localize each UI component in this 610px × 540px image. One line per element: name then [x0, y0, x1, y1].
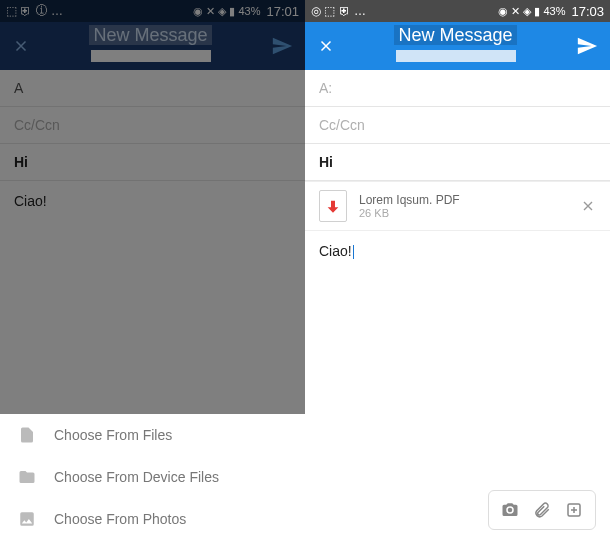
- sheet-label: Choose From Device Files: [54, 469, 219, 485]
- add-button[interactable]: [561, 497, 587, 523]
- app-title: New Message: [335, 25, 576, 67]
- attachment-sheet: Choose From Files Choose From Device Fil…: [0, 414, 305, 540]
- subject-field[interactable]: Hi: [305, 144, 610, 181]
- status-bar: ◎ ⬚ ⛨ … ◉ ✕ ◈ ▮ 43% 17:03: [305, 0, 610, 22]
- send-icon[interactable]: [576, 35, 598, 57]
- attachment-row: Lorem Iqsum. PDF 26 KB: [305, 181, 610, 231]
- screenshot-right: ◎ ⬚ ⛨ … ◉ ✕ ◈ ▮ 43% 17:03 New Message A:…: [305, 0, 610, 540]
- app-bar: New Message: [305, 22, 610, 70]
- pdf-icon: [319, 190, 347, 222]
- choose-from-photos[interactable]: Choose From Photos: [0, 498, 305, 540]
- folder-icon: [18, 468, 36, 486]
- close-icon[interactable]: [317, 37, 335, 55]
- status-time: 17:03: [571, 4, 604, 19]
- attachment-name: Lorem Iqsum. PDF: [359, 193, 568, 207]
- file-icon: [18, 426, 36, 444]
- sheet-label: Choose From Photos: [54, 511, 186, 527]
- title-redaction: [396, 50, 516, 62]
- body-field[interactable]: Ciao!: [305, 231, 610, 271]
- attachment-info[interactable]: Lorem Iqsum. PDF 26 KB: [359, 193, 568, 219]
- cc-field[interactable]: Cc/Ccn: [305, 107, 610, 144]
- attachment-size: 26 KB: [359, 207, 568, 219]
- image-icon: [18, 510, 36, 528]
- remove-attachment-icon[interactable]: [580, 198, 596, 214]
- status-right: ◉ ✕ ◈ ▮ 43% 17:03: [498, 4, 604, 19]
- attach-button[interactable]: [529, 497, 555, 523]
- status-left-icons: ◎ ⬚ ⛨ …: [311, 4, 366, 18]
- compose-toolbar: [488, 490, 596, 530]
- sheet-label: Choose From Files: [54, 427, 172, 443]
- to-field[interactable]: A:: [305, 70, 610, 107]
- choose-from-files[interactable]: Choose From Files: [0, 414, 305, 456]
- camera-button[interactable]: [497, 497, 523, 523]
- status-indicators: ◉ ✕ ◈ ▮ 43%: [498, 5, 565, 18]
- screenshot-left: ⬚ ⛨ ⓘ … ◉ ✕ ◈ ▮ 43% 17:01 New Message A …: [0, 0, 305, 540]
- choose-from-device-files[interactable]: Choose From Device Files: [0, 456, 305, 498]
